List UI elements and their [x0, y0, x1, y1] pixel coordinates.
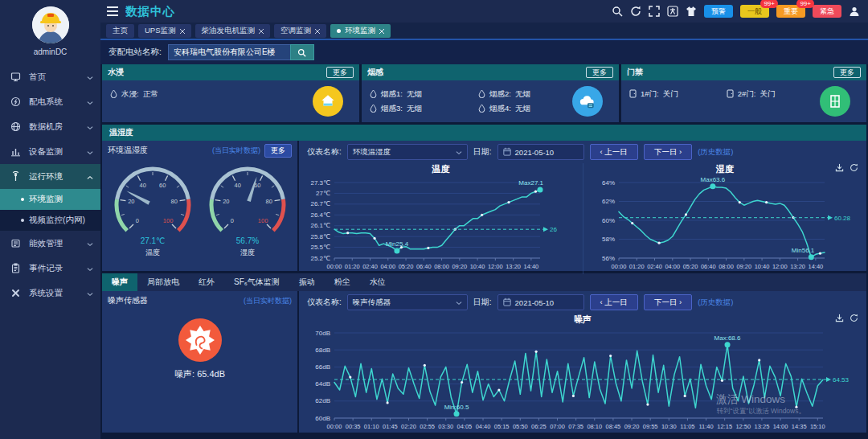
hamburger-menu-icon[interactable] — [107, 6, 118, 16]
close-icon[interactable] — [315, 27, 320, 35]
date-label: 日期: — [473, 297, 492, 308]
svg-text:00:00: 00:00 — [611, 263, 626, 270]
refresh-icon[interactable] — [630, 6, 641, 17]
sidebar-item-energy[interactable]: 能效管理 — [0, 231, 100, 256]
svg-text:60.28: 60.28 — [834, 215, 851, 222]
realtime-data-note: (当日实时数据) — [212, 146, 260, 156]
noise-panel-head: 噪声传感器 (当日实时数据) — [102, 291, 297, 310]
temp-humidity-body: 环境温湿度 (当日实时数据) 更多 02040608010027.1℃温度 02… — [102, 141, 866, 271]
noise-ear-icon — [178, 318, 222, 362]
close-icon[interactable] — [379, 27, 384, 35]
bullet-icon — [21, 198, 24, 201]
sidebar-item-data-room[interactable]: 数据机房 — [0, 114, 100, 139]
tab-noise[interactable]: 噪声 — [102, 273, 137, 291]
tab-infrared[interactable]: 红外 — [189, 273, 224, 291]
gauge-more-button[interactable]: 更多 — [264, 144, 292, 158]
tab-vibration[interactable]: 振动 — [289, 273, 325, 291]
close-icon[interactable] — [180, 27, 185, 35]
tab-label: 噪声 — [112, 277, 128, 288]
svg-text:10:40: 10:40 — [754, 263, 769, 270]
sidebar-item-environment[interactable]: 运行环境 — [0, 164, 100, 189]
date-picker[interactable]: 2021-05-10 — [497, 144, 584, 160]
svg-text:60dB: 60dB — [315, 415, 330, 422]
tab-aircon[interactable]: 空调监测 — [274, 24, 326, 38]
sidebar-item-device-monitor[interactable]: 设备监测 — [0, 139, 100, 164]
refresh-icon[interactable] — [850, 314, 858, 322]
status-label: 2#门: — [738, 89, 756, 100]
sidebar-subitem-env-monitor[interactable]: 环境监测 — [0, 189, 100, 210]
prev-day-button[interactable]: ‹ 上一日 — [590, 144, 638, 160]
download-icon[interactable] — [835, 163, 844, 172]
user-icon[interactable] — [849, 6, 860, 17]
date-label: 日期: — [473, 146, 492, 158]
meter-name-label: 仪表名称: — [307, 146, 342, 158]
water-more-button[interactable]: 更多 — [326, 67, 354, 78]
clipboard-icon — [10, 263, 23, 273]
svg-text:64%: 64% — [601, 179, 614, 187]
station-search-row: 变配电站名称: — [100, 40, 868, 64]
alert-button-important[interactable]: 重要 99+ — [776, 5, 805, 18]
page-title: 数据中心 — [125, 4, 175, 19]
meter-select[interactable]: 环境温湿度 — [347, 144, 468, 160]
tab-water-level[interactable]: 水位 — [360, 273, 395, 291]
smoke-more-button[interactable]: 更多 — [586, 67, 613, 78]
fullscreen-icon[interactable] — [649, 6, 660, 17]
tab-sf6-gas[interactable]: SF₆气体监测 — [224, 273, 289, 291]
sidebar-subitem-video-monitor[interactable]: 视频监控(内网) — [0, 210, 100, 231]
svg-text:26.1℃: 26.1℃ — [310, 222, 330, 229]
alert-button-warning[interactable]: 预警 — [704, 5, 733, 18]
alert-button-general[interactable]: 一般 99+ — [740, 5, 769, 18]
smoke-cloud-icon — [572, 86, 603, 117]
sidebar-item-power-system[interactable]: 配电系统 — [0, 89, 100, 114]
meter-select-value: 环境温湿度 — [353, 147, 456, 158]
tab-label: 振动 — [299, 277, 315, 288]
droplet-icon — [110, 89, 117, 100]
refresh-icon[interactable] — [850, 163, 858, 172]
history-data-link[interactable]: (历史数据) — [698, 147, 733, 158]
door-window-icon — [820, 86, 850, 117]
tab-ups[interactable]: UPS监测 — [138, 24, 191, 38]
tab-env-monitor[interactable]: 环境监测 — [330, 24, 391, 38]
tab-partial-discharge[interactable]: 局部放电 — [137, 273, 189, 291]
svg-text:05:15: 05:15 — [494, 423, 510, 430]
prev-day-button[interactable]: ‹ 上一日 — [590, 294, 638, 310]
alert-button-urgent[interactable]: 紧急 — [813, 5, 841, 18]
realtime-data-note: (当日实时数据) — [244, 296, 292, 306]
next-day-button[interactable]: 下一日 › — [644, 294, 692, 310]
energy-icon — [10, 238, 23, 248]
svg-text:12:00: 12:00 — [772, 263, 787, 270]
close-icon[interactable] — [259, 27, 264, 35]
next-day-button[interactable]: 下一日 › — [644, 144, 692, 160]
gauge-panel-title: 环境温湿度 — [108, 145, 148, 156]
sidebar-item-events[interactable]: 事件记录 — [0, 256, 100, 281]
svg-text:27.1℃: 27.1℃ — [140, 236, 165, 245]
noise-meter-select[interactable]: 噪声传感器 — [347, 294, 468, 310]
station-search-input[interactable] — [168, 44, 290, 60]
search-icon[interactable] — [612, 6, 623, 17]
download-icon[interactable] — [835, 314, 844, 322]
sidebar-item-home[interactable]: 首页 — [0, 64, 100, 89]
power-globe-icon — [10, 96, 23, 107]
translate-icon[interactable] — [667, 6, 678, 17]
sidebar-menu: 首页 配电系统 数据机房 设备监测 运行环境 — [0, 64, 100, 439]
tab-label: 柴油发电机监测 — [202, 26, 256, 36]
topbar: 数据中心 预警 一般 99+ 重要 99+ 紧急 — [100, 0, 868, 23]
meter-name-label: 仪表名称: — [307, 297, 342, 308]
noise-date-picker[interactable]: 2021-05-10 — [497, 294, 584, 310]
theme-shirt-icon[interactable] — [686, 6, 697, 17]
status-value: 关门 — [663, 89, 678, 100]
tab-diesel[interactable]: 柴油发电机监测 — [195, 24, 271, 38]
tab-label: UPS监测 — [145, 26, 176, 36]
tab-dust[interactable]: 粉尘 — [325, 273, 360, 291]
temperature-gauge: 02040608010027.1℃温度 — [106, 160, 199, 261]
sidebar-item-settings[interactable]: 系统设置 — [0, 281, 100, 306]
svg-text:Min56.1: Min56.1 — [791, 247, 814, 254]
history-data-link[interactable]: (历史数据) — [698, 297, 733, 308]
door-icon — [629, 89, 637, 100]
tab-home[interactable]: 主页 — [106, 24, 134, 38]
station-search-button[interactable] — [290, 44, 314, 60]
door-more-button[interactable]: 更多 — [833, 67, 861, 78]
smoke-status-item: 烟感1: 无烟 — [370, 87, 478, 101]
avatar[interactable] — [32, 6, 69, 43]
svg-text:09:20: 09:20 — [452, 263, 467, 270]
